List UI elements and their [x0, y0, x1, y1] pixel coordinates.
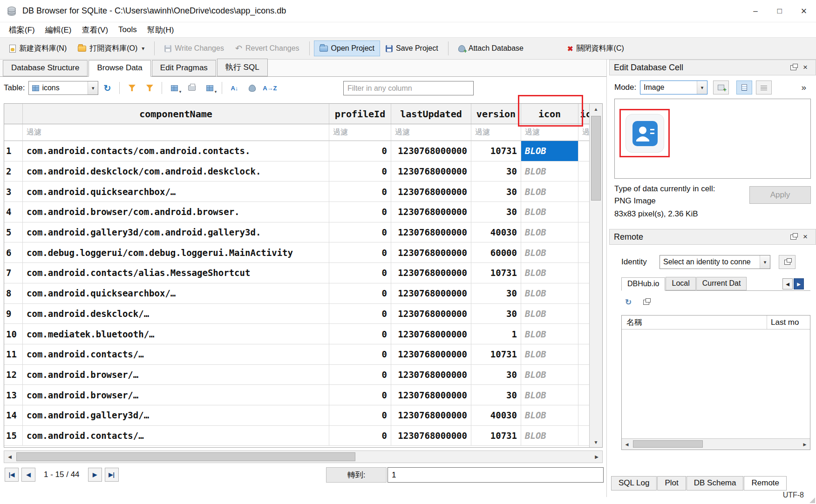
cell-componentname[interactable]: com.android.contacts/… — [23, 344, 329, 365]
remote-list-body[interactable] — [622, 329, 810, 438]
row-number[interactable]: 1 — [4, 141, 23, 161]
maximize-icon[interactable]: □ — [768, 0, 792, 22]
panel-splitter[interactable] — [606, 60, 607, 497]
cell-version[interactable]: 30 — [471, 202, 521, 222]
cell-componentname[interactable]: com.android.deskclock/com.android.deskcl… — [23, 161, 329, 182]
cell-profileid[interactable]: 0 — [329, 202, 391, 222]
cell-icon-blob[interactable]: BLOB — [521, 344, 578, 365]
previous-page-button[interactable]: ◀ — [21, 468, 35, 482]
cell-icon-blob[interactable]: BLOB — [521, 161, 578, 182]
cell-lastupdated[interactable]: 1230768000000 — [391, 141, 471, 161]
cell-profileid[interactable]: 0 — [329, 324, 391, 344]
image-view-toggle-button[interactable] — [736, 81, 752, 94]
mode-selector[interactable]: Image ▾ — [640, 81, 707, 94]
cell-partial[interactable] — [578, 181, 589, 202]
filter-partial[interactable]: 過濾 — [578, 124, 589, 141]
cell-componentname[interactable]: com.android.deskclock/… — [23, 304, 329, 324]
cell-icon-blob[interactable]: BLOB — [521, 405, 578, 426]
cell-componentname[interactable]: com.android.gallery3d/com.android.galler… — [23, 222, 329, 243]
import-identity-button[interactable] — [779, 255, 796, 269]
column-header-version[interactable]: version — [471, 104, 521, 124]
column-header-lastupdated[interactable]: lastUpdated — [391, 104, 471, 124]
vertical-scrollbar-thumb[interactable] — [591, 116, 601, 201]
cell-profileid[interactable]: 0 — [329, 365, 391, 385]
cell-lastupdated[interactable]: 1230768000000 — [391, 405, 471, 426]
scroll-down-icon[interactable]: ▼ — [590, 437, 602, 447]
cell-version[interactable]: 10731 — [471, 426, 521, 446]
cell-lastupdated[interactable]: 1230768000000 — [391, 324, 471, 344]
filter-lastupdated[interactable]: 過濾 — [391, 124, 471, 141]
dock-tab-sql-log[interactable]: SQL Log — [611, 476, 657, 491]
cell-partial[interactable] — [578, 283, 589, 304]
cell-profileid[interactable]: 0 — [329, 141, 391, 161]
menu-tools[interactable]: Tools — [113, 23, 142, 36]
cell-partial[interactable] — [578, 365, 589, 385]
float-panel-icon[interactable] — [787, 62, 799, 73]
close-panel-icon[interactable]: × — [799, 231, 811, 242]
cell-version[interactable]: 30 — [471, 181, 521, 202]
cell-lastupdated[interactable]: 1230768000000 — [391, 283, 471, 304]
cell-partial[interactable] — [578, 222, 589, 243]
menu-help[interactable]: 幫助(H) — [142, 23, 179, 37]
sort-button[interactable]: A↓ — [226, 81, 242, 95]
cell-version[interactable]: 10731 — [471, 344, 521, 365]
cell-profileid[interactable]: 0 — [329, 263, 391, 283]
cell-version[interactable]: 40030 — [471, 405, 521, 426]
filter-icon-column[interactable]: 過濾 — [521, 124, 578, 141]
cell-partial[interactable] — [578, 324, 589, 344]
row-number[interactable]: 8 — [4, 283, 23, 304]
minimize-icon[interactable]: – — [743, 0, 768, 22]
filter-version[interactable]: 過濾 — [471, 124, 521, 141]
corner-header[interactable] — [4, 104, 23, 124]
cell-componentname[interactable]: com.android.quicksearchbox/… — [23, 181, 329, 202]
cell-icon-blob[interactable]: BLOB — [521, 202, 578, 222]
cell-version[interactable]: 30 — [471, 283, 521, 304]
dock-tab-remote[interactable]: Remote — [744, 476, 787, 491]
remote-clone-button[interactable] — [639, 296, 653, 308]
row-number[interactable]: 11 — [4, 344, 23, 365]
column-header-icon[interactable]: icon — [521, 104, 578, 124]
cell-profileid[interactable]: 0 — [329, 222, 391, 243]
tab-browse-data[interactable]: Browse Data — [88, 60, 150, 77]
vertical-scrollbar[interactable]: ▲ ▼ — [589, 104, 602, 447]
cell-icon-blob[interactable]: BLOB — [521, 242, 578, 263]
row-number[interactable]: 7 — [4, 263, 23, 283]
save-table-button[interactable] — [244, 81, 260, 95]
cell-lastupdated[interactable]: 1230768000000 — [391, 304, 471, 324]
next-page-button[interactable]: ▶ — [88, 468, 102, 482]
revert-changes-button[interactable]: ↶ Revert Changes — [230, 40, 305, 56]
row-number[interactable]: 2 — [4, 161, 23, 182]
row-number[interactable]: 4 — [4, 202, 23, 222]
row-number[interactable]: 13 — [4, 385, 23, 405]
row-number[interactable]: 10 — [4, 324, 23, 344]
cell-componentname[interactable]: com.debug.loggerui/com.debug.loggerui.Ma… — [23, 242, 329, 263]
tab-scroll-right-icon[interactable]: ▶ — [794, 278, 804, 289]
row-number[interactable]: 15 — [4, 426, 23, 446]
cell-icon-blob[interactable]: BLOB — [521, 222, 578, 243]
cell-icon-blob[interactable]: BLOB — [521, 426, 578, 446]
cell-partial[interactable] — [578, 344, 589, 365]
cell-lastupdated[interactable]: 1230768000000 — [391, 426, 471, 446]
cell-componentname[interactable]: com.mediatek.bluetooth/… — [23, 324, 329, 344]
cell-profileid[interactable]: 0 — [329, 283, 391, 304]
row-number[interactable]: 6 — [4, 242, 23, 263]
close-database-button[interactable]: ✖ 關閉資料庫(C) — [562, 40, 630, 57]
cell-lastupdated[interactable]: 1230768000000 — [391, 365, 471, 385]
refresh-button[interactable]: ↻ — [99, 81, 115, 95]
row-number[interactable]: 9 — [4, 304, 23, 324]
cell-componentname[interactable]: com.android.browser/… — [23, 365, 329, 385]
resize-grip[interactable] — [809, 497, 815, 503]
scroll-up-icon[interactable]: ▲ — [590, 104, 602, 114]
tab-dbhub[interactable]: DBHub.io — [621, 277, 665, 291]
cell-version[interactable]: 30 — [471, 385, 521, 405]
scroll-right-icon[interactable]: ▶ — [591, 451, 602, 463]
tab-database-structure[interactable]: Database Structure — [3, 60, 88, 76]
cell-componentname[interactable]: com.android.browser/… — [23, 385, 329, 405]
filter-componentname[interactable]: 過濾 — [23, 124, 329, 141]
tab-local[interactable]: Local — [666, 277, 695, 290]
cell-icon-blob[interactable]: BLOB — [521, 263, 578, 283]
cell-version[interactable]: 40030 — [471, 222, 521, 243]
cell-icon-blob[interactable]: BLOB — [521, 365, 578, 385]
goto-record-input[interactable] — [388, 467, 604, 483]
row-number[interactable]: 5 — [4, 222, 23, 243]
